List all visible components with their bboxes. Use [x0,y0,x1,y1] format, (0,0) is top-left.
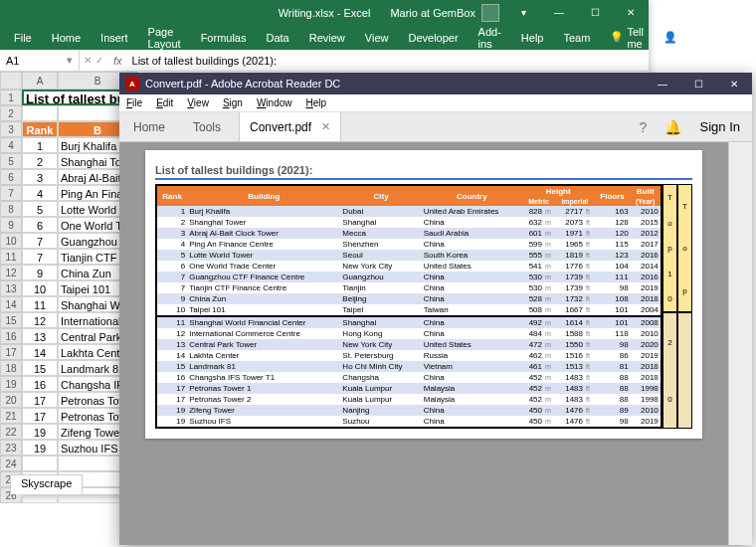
excel-user[interactable]: Mario at GemBox [390,4,499,22]
row-header[interactable]: 20 [0,392,22,408]
ribbon-tab-home[interactable]: Home [42,25,91,50]
close-icon[interactable]: ✕ [716,73,752,94]
close-tab-icon[interactable]: ✕ [321,120,330,133]
row-header[interactable]: 2 [0,105,22,121]
row-header[interactable]: 7 [0,185,22,201]
tab-home[interactable]: Home [119,112,179,141]
table-row: 12International Commerce CentreHong Kong… [156,328,662,339]
cell[interactable]: 12 [22,312,58,328]
maximize-icon[interactable]: ☐ [577,0,613,25]
row-header[interactable]: 5 [0,153,22,169]
select-all[interactable] [0,72,22,90]
fx-icon[interactable]: fx [107,55,128,67]
cell[interactable]: 5 [22,201,58,217]
menu-view[interactable]: View [180,97,216,108]
menu-help[interactable]: Help [299,97,334,108]
document-tab[interactable]: Convert.pdf ✕ [239,112,341,141]
row-header[interactable]: 3 [0,121,22,137]
row-header[interactable]: 11 [0,249,22,265]
row-header[interactable]: 9 [0,217,22,233]
ribbon-tab-formulas[interactable]: Formulas [191,25,257,50]
pdf-table: Rank Building City Country Height Floors… [155,184,662,429]
help-icon[interactable]: ? [629,112,659,141]
cell[interactable]: 17 [22,408,58,424]
cell[interactable]: Rank [22,121,58,137]
row-header[interactable]: 15 [0,312,22,328]
minimize-icon[interactable]: — [645,73,680,94]
ribbon-tab-insert[interactable]: Insert [91,25,138,50]
table-row: 10Taipei 101TaipeiTaiwan508m1667ft101200… [156,304,662,316]
ribbon-tab-developer[interactable]: Developer [398,25,468,50]
row-header[interactable]: 6 [0,169,22,185]
row-header[interactable]: 8 [0,201,22,217]
cell[interactable]: 15 [22,360,58,376]
row-header[interactable]: 16 [0,328,22,344]
col-header[interactable]: A [22,72,58,90]
signin-button[interactable]: Sign In [688,112,752,141]
acrobat-tabbar: Home Tools Convert.pdf ✕ ? 🔔 Sign In [119,112,752,142]
row-header[interactable]: 1 [0,90,22,105]
sheet-tab[interactable]: Skyscrape [10,474,83,494]
tab-tools[interactable]: Tools [179,112,235,141]
cell[interactable]: 3 [22,169,58,185]
acrobat-tools-pane[interactable] [728,142,752,545]
row-header[interactable]: 21 [0,408,22,424]
name-box[interactable]: A1▾ [0,50,80,71]
row-header[interactable]: 23 [0,440,22,456]
cell[interactable]: 10 [22,280,58,296]
cell[interactable]: 9 [22,265,58,280]
menu-window[interactable]: Window [250,97,299,108]
cell[interactable]: 6 [22,217,58,233]
share-button[interactable]: 👤 Share [654,25,719,50]
cell[interactable]: 16 [22,376,58,392]
ribbon-tab-file[interactable]: File [4,25,42,50]
cell[interactable]: 19 [22,440,58,456]
acrobat-icon: A [125,77,139,91]
table-row: 9China ZunBeijingChina528m1732ft1082018 [156,293,662,304]
row-header[interactable]: 17 [0,344,22,360]
menu-file[interactable]: File [119,97,149,108]
bell-icon[interactable]: 🔔 [659,112,688,141]
row-header[interactable]: 10 [0,233,22,249]
ribbon-options-icon[interactable]: ▾ [505,0,541,25]
menu-edit[interactable]: Edit [149,97,180,108]
cell[interactable]: 13 [22,328,58,344]
cell[interactable]: 19 [22,424,58,440]
table-row: 17Petronas Tower 1Kuala LumpurMalaysia45… [156,383,662,394]
minimize-icon[interactable]: — [541,0,577,25]
row-header[interactable]: 14 [0,296,22,312]
cell[interactable]: 2 [22,153,58,169]
maximize-icon[interactable]: ☐ [680,73,716,94]
ribbon-tab-add-ins[interactable]: Add-ins [469,25,511,50]
row-header[interactable]: 22 [0,424,22,440]
formula-input[interactable]: List of tallest buildings (2021): [128,55,649,67]
ribbon-tab-data[interactable]: Data [256,25,298,50]
enter-icon[interactable]: ✓ [95,55,103,66]
row-header[interactable]: 4 [0,137,22,153]
close-icon[interactable]: ✕ [613,0,649,25]
row-header[interactable]: 18 [0,360,22,376]
row-header[interactable]: 13 [0,280,22,296]
cell[interactable] [22,105,58,121]
ribbon-tab-view[interactable]: View [355,25,399,50]
row-header[interactable]: 19 [0,376,22,392]
cell[interactable]: 7 [22,249,58,265]
cell[interactable]: 17 [22,392,58,408]
cell[interactable]: 7 [22,233,58,249]
cell[interactable] [22,456,58,471]
ribbon-tab-team[interactable]: Team [553,25,600,50]
ribbon-tab-help[interactable]: Help [511,25,554,50]
acrobat-viewport[interactable]: List of tallest buildings (2021): Rank B… [119,142,752,545]
menu-sign[interactable]: Sign [216,97,250,108]
row-header[interactable]: 12 [0,265,22,280]
cell[interactable]: 14 [22,344,58,360]
ribbon-tab-page-layout[interactable]: Page Layout [138,25,191,50]
tell-me[interactable]: 💡 Tell me [600,25,654,50]
acrobat-window: A Convert.pdf - Adobe Acrobat Reader DC … [119,73,752,545]
ribbon-tab-review[interactable]: Review [299,25,355,50]
cell[interactable]: 11 [22,296,58,312]
row-header[interactable]: 24 [0,456,22,471]
cell[interactable]: 1 [22,137,58,153]
cancel-icon[interactable]: ✕ [84,55,92,66]
cell[interactable]: 4 [22,185,58,201]
